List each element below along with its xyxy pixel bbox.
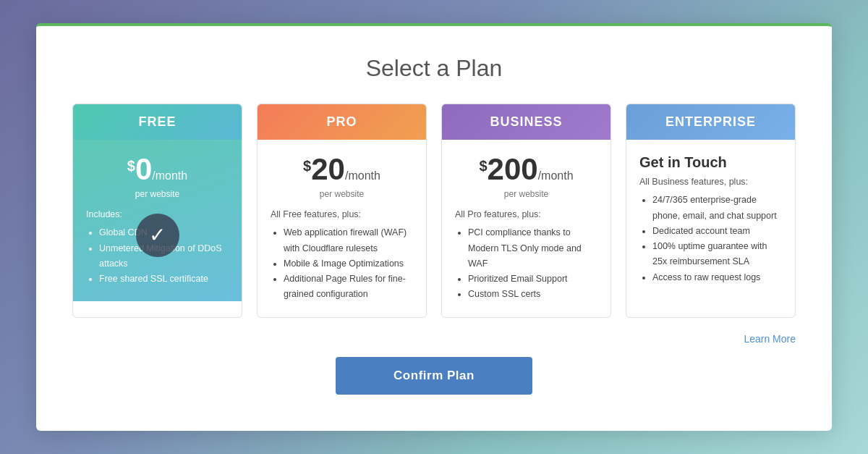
business-plan-price: $200/month	[455, 154, 597, 185]
free-feature-3: Free shared SSL certificate	[99, 272, 229, 287]
business-plan-header: BUSINESS	[442, 104, 610, 140]
enterprise-plan-header: ENTERPRISE	[626, 104, 795, 140]
learn-more-link[interactable]: Learn More	[744, 333, 796, 345]
learn-more-row: Learn More	[72, 332, 796, 345]
enterprise-feature-4: Access to raw request logs	[652, 270, 782, 285]
pro-plan-price: $20/month	[271, 154, 413, 185]
business-features-list: PCI compliance thanks to Modern TLS Only…	[455, 225, 597, 302]
pro-features-intro: All Free features, plus:	[271, 209, 413, 219]
enterprise-feature-3: 100% uptime guarantee with 25x reimburse…	[652, 239, 782, 270]
business-features-intro: All Pro features, plus:	[455, 209, 597, 219]
plan-card-pro[interactable]: PRO $20/month per website All Free featu…	[257, 104, 427, 317]
enterprise-features-list: 24/7/365 enterprise-grade phone, email, …	[639, 193, 782, 285]
plans-grid: FREE $0/month per website Includes: Glob…	[72, 104, 796, 317]
checkmark-icon: ✓	[149, 225, 166, 245]
business-plan-body: $200/month per website All Pro features,…	[442, 140, 610, 316]
plan-selection-modal: Select a Plan FREE $0/month per website …	[36, 23, 832, 430]
enterprise-plan-body: Get in Touch All Business features, plus…	[626, 140, 795, 300]
enterprise-feature-2: Dedicated account team	[652, 224, 782, 239]
enterprise-features-intro: All Business features, plus:	[639, 177, 782, 187]
business-feature-3: Custom SSL certs	[468, 287, 597, 302]
pro-per-website: per website	[271, 189, 413, 199]
pro-feature-3: Additional Page Rules for fine-grained c…	[284, 272, 413, 303]
confirm-plan-button[interactable]: Confirm Plan	[336, 357, 532, 395]
pro-plan-body: $20/month per website All Free features,…	[258, 140, 426, 316]
pro-features-list: Web application firewall (WAF) with Clou…	[271, 225, 413, 302]
page-title: Select a Plan	[72, 55, 796, 82]
free-plan-body: $0/month per website Includes: Global CD…	[73, 140, 242, 301]
free-plan-header: FREE	[73, 104, 242, 140]
pro-feature-2: Mobile & Image Optimizations	[284, 256, 413, 272]
pro-plan-header: PRO	[258, 104, 426, 140]
plan-card-business[interactable]: BUSINESS $200/month per website All Pro …	[441, 104, 611, 317]
enterprise-get-in-touch: Get in Touch	[639, 154, 782, 171]
business-per-website: per website	[455, 189, 597, 199]
free-per-website: per website	[86, 189, 229, 199]
free-plan-price: $0/month	[86, 154, 229, 185]
enterprise-feature-1: 24/7/365 enterprise-grade phone, email, …	[652, 193, 782, 224]
business-feature-1: PCI compliance thanks to Modern TLS Only…	[468, 225, 597, 272]
selected-checkmark-overlay: ✓	[136, 214, 179, 257]
business-feature-2: Prioritized Email Support	[468, 272, 597, 287]
plan-card-free[interactable]: FREE $0/month per website Includes: Glob…	[72, 104, 242, 317]
pro-feature-1: Web application firewall (WAF) with Clou…	[284, 225, 413, 256]
confirm-row: Confirm Plan	[72, 357, 796, 395]
plan-card-enterprise[interactable]: ENTERPRISE Get in Touch All Business fea…	[626, 104, 796, 317]
